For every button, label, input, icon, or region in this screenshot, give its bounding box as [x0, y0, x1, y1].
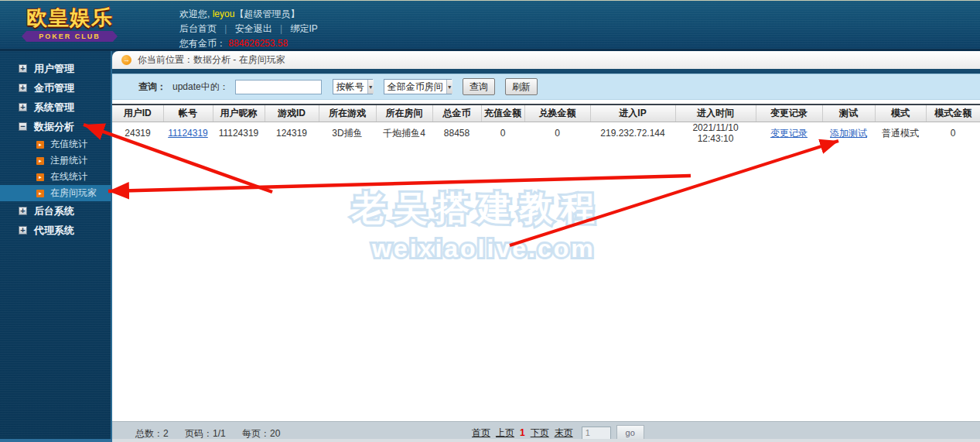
logo-subtitle: POKER CLUB [39, 33, 101, 40]
breadcrumb: → 你当前位置：数据分析 - 在房间玩家 [112, 51, 980, 69]
search-input[interactable] [235, 80, 322, 94]
column-header: 兑换金额 [524, 105, 590, 122]
nav-link-logout[interactable]: 安全退出 [235, 23, 291, 34]
sidebar-item-label: 用户管理 [34, 62, 74, 76]
user-info: 欢迎您, leyou【超级管理员】 后台首页安全退出绑定IP 您有金币： 884… [179, 7, 318, 51]
table-cell: 添加测试 [822, 122, 875, 145]
sidebar-item-label: 充值统计 [50, 138, 87, 151]
sidebar-item-label: 金币管理 [34, 81, 74, 95]
search-label: 查询： [138, 81, 166, 94]
nav-link-bind-ip[interactable]: 绑定IP [291, 23, 318, 34]
expand-icon: + [19, 207, 27, 215]
arrow-bullet-icon: ▸ [36, 157, 44, 165]
search-type-select[interactable]: 按帐号 ▼ [333, 79, 373, 94]
select-value: 全部金币房间 [384, 81, 446, 94]
sidebar-item[interactable]: ▸在房间玩家 [0, 185, 111, 201]
column-header: 所在房间 [376, 105, 432, 122]
logo: 欧皇娱乐 POKER CLUB [11, 4, 128, 42]
table-cell: 3D捕鱼 [319, 122, 376, 145]
column-header: 变更记录 [756, 105, 822, 122]
sidebar-item[interactable]: ▸在线统计 [0, 169, 111, 185]
column-header: 模式 [875, 105, 926, 122]
sidebar-item-label: 注册统计 [50, 154, 87, 167]
sidebar-item-label: 后台系统 [34, 204, 74, 218]
welcome-prefix: 欢迎您, [179, 9, 210, 19]
table-row: 2431911124319111243191243193D捕鱼千炮捕鱼48845… [112, 122, 980, 145]
sidebar-item-label: 代理系统 [34, 224, 74, 238]
gold-value: 884626253.58 [228, 38, 288, 49]
table-cell: 普通模式 [875, 122, 926, 145]
expand-icon: + [19, 226, 27, 235]
sidebar-item[interactable]: +后台系统 [0, 201, 111, 221]
sidebar-item[interactable]: +金币管理 [0, 78, 111, 98]
column-header: 测试 [822, 105, 875, 122]
prev-page-link[interactable]: 上页 [496, 427, 514, 440]
pager: 首页 上页 1 下页 末页 go [472, 425, 644, 440]
table-cell: 变更记录 [756, 122, 822, 145]
last-page-link[interactable]: 末页 [555, 427, 573, 440]
nav-link-home[interactable]: 后台首页 [179, 23, 235, 34]
column-header: 游戏ID [265, 105, 319, 122]
user-role: 【超级管理员】 [234, 9, 299, 19]
sidebar-item[interactable]: +系统管理 [0, 98, 111, 117]
room-filter-select[interactable]: 全部金币房间 ▼ [384, 79, 452, 94]
sidebar: +用户管理+金币管理+系统管理−数据分析▸充值统计▸注册统计▸在线统计▸在房间玩… [0, 51, 112, 442]
table-cell: 24319 [112, 122, 163, 145]
refresh-button[interactable]: 刷新 [505, 78, 538, 95]
table-cell: 0 [524, 122, 590, 145]
sidebar-item-label: 在房间玩家 [50, 187, 97, 200]
stat-page: 页码：1/1 [185, 428, 226, 439]
sidebar-item-label: 在线统计 [50, 170, 87, 183]
arrow-bullet-icon: ▸ [36, 173, 44, 181]
column-header: 用户ID [112, 105, 163, 122]
current-page: 1 [520, 427, 525, 438]
table-cell: 88458 [432, 122, 481, 145]
table-cell: 219.232.72.144 [590, 122, 675, 145]
column-header: 帐号 [163, 105, 213, 122]
sidebar-menu: +用户管理+金币管理+系统管理−数据分析▸充值统计▸注册统计▸在线统计▸在房间玩… [0, 59, 111, 240]
sidebar-item[interactable]: +代理系统 [0, 221, 111, 240]
cell-link[interactable]: 11124319 [168, 128, 208, 139]
go-button[interactable]: go [616, 425, 644, 440]
location-arrow-icon: → [121, 55, 131, 65]
username: leyou [213, 9, 235, 19]
cell-link[interactable]: 变更记录 [770, 128, 808, 139]
players-table: 用户ID帐号用户昵称游戏ID所在游戏所在房间总金币充值金额兑换金额进入IP进入时… [112, 104, 980, 145]
breadcrumb-label: 你当前位置：数据分析 - 在房间玩家 [138, 53, 285, 67]
column-header: 进入IP [590, 105, 675, 122]
arrow-bullet-icon: ▸ [36, 190, 44, 197]
column-header: 用户昵称 [213, 105, 265, 122]
sidebar-item[interactable]: ▸充值统计 [0, 136, 111, 152]
table-cell: 124319 [265, 122, 319, 145]
top-header: 欧皇娱乐 POKER CLUB 欢迎您, leyou【超级管理员】 后台首页安全… [0, 0, 980, 51]
table-cell: 11124319 [163, 122, 213, 145]
column-header: 进入时间 [675, 105, 756, 122]
gold-label: 您有金币： [179, 38, 226, 49]
stat-total: 总数：2 [135, 428, 169, 439]
table-cell: 0 [481, 122, 524, 145]
cell-link[interactable]: 添加测试 [830, 128, 867, 139]
goto-page-input[interactable] [582, 427, 611, 440]
select-value: 按帐号 [333, 81, 367, 94]
sidebar-item[interactable]: +用户管理 [0, 59, 111, 78]
next-page-link[interactable]: 下页 [531, 427, 549, 440]
chevron-down-icon: ▼ [446, 80, 452, 94]
search-field-label: update中的： [172, 81, 229, 94]
search-toolbar: 查询： update中的： 按帐号 ▼ 全部金币房间 ▼ 查询 刷新 [112, 74, 980, 100]
expand-icon: + [19, 64, 27, 73]
sidebar-item[interactable]: ▸注册统计 [0, 152, 111, 169]
table-panel: 用户ID帐号用户昵称游戏ID所在游戏所在房间总金币充值金额兑换金额进入IP进入时… [112, 100, 980, 421]
table-cell: 0 [926, 122, 980, 145]
column-header: 模式金额 [926, 105, 980, 122]
arrow-bullet-icon: ▸ [36, 141, 44, 149]
welcome-line: 欢迎您, leyou【超级管理员】 [179, 7, 318, 22]
collapse-icon: − [19, 122, 27, 131]
sidebar-item[interactable]: −数据分析 [0, 117, 111, 136]
column-header: 充值金额 [481, 105, 524, 122]
footer-strip [0, 439, 980, 442]
first-page-link[interactable]: 首页 [472, 427, 490, 440]
table-cell: 2021/11/10 12:43:10 [675, 122, 756, 145]
query-button[interactable]: 查询 [463, 78, 495, 95]
logo-ribbon: POKER CLUB [22, 31, 118, 42]
header-nav: 后台首页安全退出绑定IP [179, 22, 318, 36]
